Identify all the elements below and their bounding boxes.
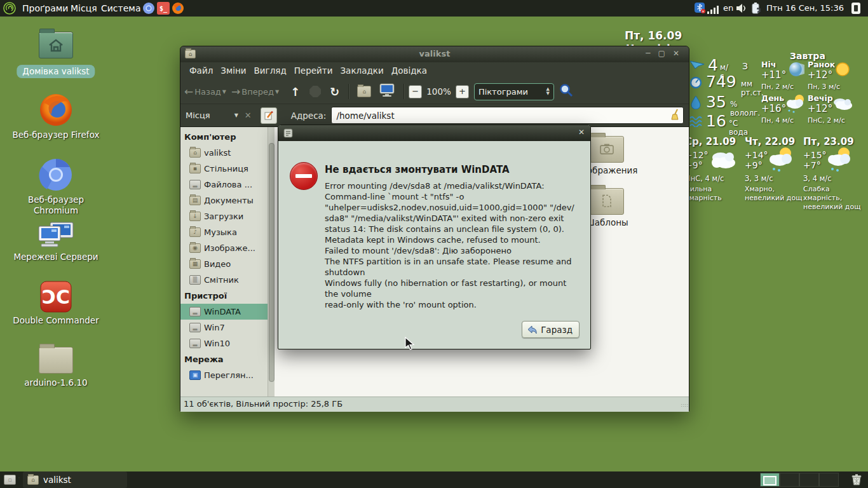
status-text: 11 об'єктів, Вільний простір: 25,8 ГБ	[184, 399, 342, 409]
show-desktop-icon[interactable]: ▫	[4, 475, 16, 487]
tomorrow-label: Завтра	[790, 51, 825, 61]
sidebar-item-trash[interactable]: ▒Смітник	[180, 272, 268, 288]
menu-edit[interactable]: Зміни	[217, 65, 250, 76]
computer-toolbar-icon[interactable]	[379, 83, 395, 100]
sidebar-item-win10[interactable]: ▂Win10	[180, 336, 268, 351]
wind-icon	[689, 58, 705, 72]
menu-go[interactable]: Перейти	[290, 65, 337, 76]
maximize-button[interactable]: ▢	[655, 49, 670, 58]
workspace-4[interactable]	[819, 473, 839, 487]
zoom-out-button[interactable]: −	[409, 85, 422, 98]
menu-system[interactable]: Система	[97, 0, 145, 17]
desktop-icon-arduino-folder[interactable]: arduino-1.6.10	[8, 347, 104, 384]
home-folder-icon	[39, 32, 73, 58]
workspace-3[interactable]	[799, 473, 819, 487]
forward-button[interactable]: Вперед	[241, 87, 274, 97]
scrollbar-thumb[interactable]	[269, 143, 275, 381]
menu-help[interactable]: Довідка	[388, 65, 431, 76]
workspace-2[interactable]	[780, 473, 799, 487]
view-mode-select[interactable]: Піктограми ▲▼	[474, 83, 554, 100]
dialog-titlebar[interactable]: ✕	[278, 125, 590, 141]
double-commander-icon: ƆC	[40, 281, 72, 315]
desktop-icon-home[interactable]: Домівка valikst	[8, 28, 104, 72]
folder-icon	[590, 136, 624, 163]
forward-icon[interactable]: →	[231, 85, 240, 98]
resize-grip[interactable]: ∷∷	[681, 404, 688, 410]
menu-applications[interactable]: Проґрами	[18, 0, 72, 17]
trash-applet-icon[interactable]	[850, 473, 863, 488]
ok-button[interactable]: Гаразд	[522, 321, 580, 338]
sidebar-item-documents[interactable]: ▤Документы	[180, 193, 268, 208]
toolbar-separator	[348, 84, 349, 99]
broom-icon[interactable]	[670, 109, 681, 123]
back-history-dropdown[interactable]: ▼	[222, 89, 226, 95]
sidebar-item-browse-network[interactable]: ▣Переглян...	[180, 367, 268, 383]
workspace-switcher[interactable]	[760, 473, 839, 487]
water-icon	[689, 116, 703, 130]
sun-cloud-rain-icon	[785, 93, 807, 116]
desktop-icon-double-commander[interactable]: ƆC Double Commander	[8, 281, 104, 326]
svg-text:ƆC: ƆC	[42, 286, 70, 308]
spinner-arrows-icon: ▲▼	[546, 87, 549, 96]
places-dropdown[interactable]: Місця	[186, 111, 210, 120]
close-sidebar-icon[interactable]: ✕	[245, 111, 252, 120]
taskbar-item-valikst[interactable]: ⌂ valikst	[23, 471, 127, 488]
window-titlebar[interactable]: ⌂ valikst ─▢✕	[180, 46, 689, 62]
minimize-button[interactable]: ─	[642, 49, 654, 58]
sidebar-item-filesystem[interactable]: ▂Файлова ...	[180, 177, 268, 193]
sidebar-section-network: Мережа	[180, 351, 268, 367]
sidebar-item-desktop[interactable]: ▪Стільниця	[180, 161, 268, 177]
bluetooth-icon[interactable]: ✕	[695, 3, 706, 17]
zoom-in-button[interactable]: +	[456, 85, 469, 98]
close-button[interactable]: ✕	[670, 49, 684, 58]
panel-handle: ∶	[18, 477, 20, 480]
up-icon[interactable]: ↑	[290, 85, 300, 98]
sidebar-item-video[interactable]: ▦Видео	[180, 256, 268, 272]
sidebar-item-win7[interactable]: ▂Win7	[180, 320, 268, 336]
mate-menu-icon[interactable]	[3, 2, 16, 17]
back-icon[interactable]: ←	[184, 85, 193, 98]
desktop-icon-firefox[interactable]: Веб-браузер Firefox	[8, 93, 104, 140]
keyboard-layout-indicator[interactable]: en	[723, 0, 733, 17]
menu-file[interactable]: Файл	[186, 65, 217, 76]
places-dropdown-arrow[interactable]: ▼	[234, 112, 238, 118]
search-icon[interactable]	[559, 83, 573, 100]
firefox-launcher-icon[interactable]	[172, 2, 184, 17]
sidebar-scrollbar[interactable]	[268, 127, 275, 396]
address-label: Адреса:	[291, 111, 327, 121]
edit-location-toggle[interactable]	[261, 107, 277, 124]
pressure-unit: мм рт.ст.	[741, 79, 764, 97]
sidebar-item-valikst[interactable]: ⌂valikst	[180, 145, 268, 161]
workspace-window-outline	[763, 476, 776, 485]
humidity-value: 35	[706, 93, 726, 111]
home-folder-icon: ⌂	[189, 148, 201, 158]
address-input[interactable]	[331, 107, 684, 124]
sidebar-item-pictures[interactable]: ◉Изображе...	[180, 240, 268, 256]
clock[interactable]: Птн 16 Сен, 15:36	[766, 0, 844, 17]
dialog-heading: Не вдається змонтувати WinDATA	[325, 164, 510, 175]
workspace-1[interactable]	[760, 473, 780, 487]
sidebar-item-windata[interactable]: ▂WinDATA	[180, 304, 268, 320]
desktop-icon-network-servers[interactable]: Мережеві Сервери	[8, 221, 104, 262]
volume-icon[interactable]	[736, 3, 747, 16]
sidebar-item-music[interactable]: ♪Музыка	[180, 224, 268, 240]
chromium-launcher-icon[interactable]	[142, 2, 155, 17]
back-button[interactable]: Назад	[194, 87, 221, 97]
signal-strength-icon[interactable]	[707, 4, 720, 17]
session-indicator-icon[interactable]	[850, 2, 862, 17]
pressure-icon	[689, 76, 702, 92]
terminal-launcher-icon[interactable]: $_	[157, 2, 170, 17]
dialog-close-icon[interactable]: ✕	[578, 128, 585, 137]
reload-icon[interactable]: ↻	[330, 85, 339, 98]
statusbar: 11 об'єктів, Вільний простір: 25,8 ГБ ∷∷	[180, 396, 689, 412]
menu-bookmarks[interactable]: Закладки	[336, 65, 387, 76]
menu-view[interactable]: Вигляд	[250, 65, 290, 76]
stop-icon[interactable]	[309, 86, 321, 97]
sidebar-item-downloads[interactable]: ↓Загрузки	[180, 208, 268, 224]
battery-icon[interactable]	[750, 2, 763, 17]
home-toolbar-icon[interactable]: ⌂	[357, 86, 371, 97]
weather-date: Пт, 16.09	[625, 29, 682, 42]
error-icon	[290, 162, 318, 190]
forward-history-dropdown[interactable]: ▼	[275, 89, 279, 95]
desktop-icon-chromium[interactable]: Веб-браузер Chromium	[8, 158, 104, 216]
